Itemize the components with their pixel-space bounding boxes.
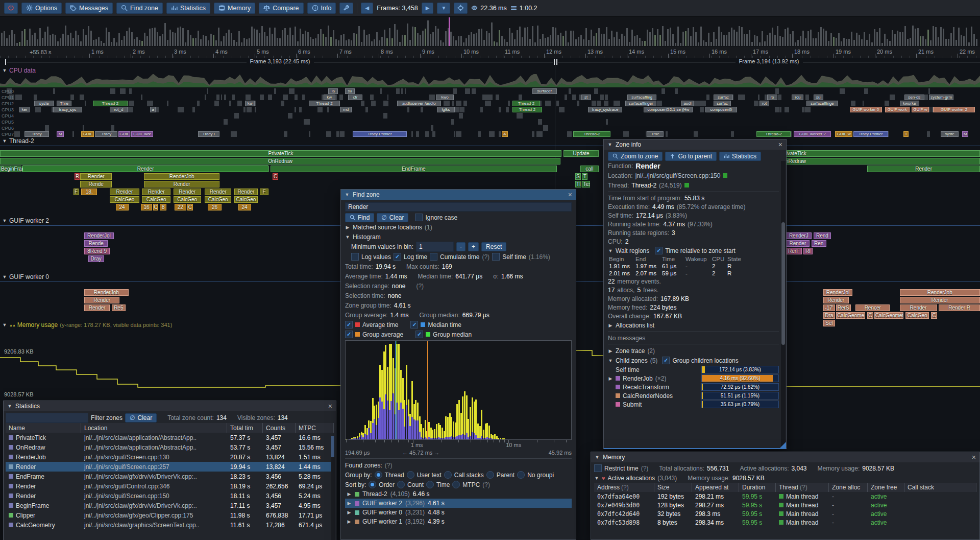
found-zone-group[interactable]: ▶GUIF worker 1(3,192)4.39 s (345, 517, 572, 526)
allocation-row[interactable]: 0x7dfaa64e00192 bytes298.21 ms59.95 sMai… (594, 492, 976, 501)
timeline-zone[interactable]: RenderJol (823, 289, 853, 296)
timeline-zone[interactable]: Render (144, 181, 219, 187)
timeline-zone[interactable]: Render (174, 189, 201, 195)
cpu-zone[interactable]: a (150, 107, 156, 112)
cpu-zone[interactable]: audioserver /audio (397, 101, 441, 106)
timeline-zone[interactable]: CalcGeo (234, 196, 258, 203)
timeline-zone[interactable]: RerF (786, 248, 802, 254)
table-row[interactable]: Renderjni/../jni/src/guif/Control.cpp:34… (6, 481, 334, 491)
timeline-zone[interactable]: OnRedraw (0, 158, 560, 165)
timeline-zone[interactable]: RenderJob (84, 289, 128, 296)
clear-button[interactable]: ∅Clear (377, 213, 408, 222)
cpu-zone[interactable]: GUIF (118, 131, 130, 137)
cpu-zone[interactable]: st (581, 95, 591, 100)
group-by-radio-user-text[interactable] (407, 471, 414, 479)
cpu-zone[interactable]: M (962, 131, 968, 137)
cpu-zone[interactable]: GUIF worker 2 (794, 131, 831, 137)
timeline-zone[interactable]: CalcGeomet (874, 312, 904, 319)
timeline-zone[interactable]: C (153, 204, 158, 210)
timeline-zone[interactable]: 22 (175, 204, 186, 210)
allocations-list-header[interactable]: ▶Allocations list (608, 320, 779, 330)
cpu-zone[interactable]: A (502, 131, 508, 137)
column-header-name[interactable]: Name (6, 423, 81, 433)
timeline-zone[interactable]: Render (823, 297, 849, 303)
timeline-zone[interactable]: RI (803, 248, 812, 254)
timeline-zone[interactable]: Tex (582, 181, 590, 187)
expand-icon[interactable]: ▶ (347, 491, 352, 497)
prev-frame-button[interactable]: ◀ (361, 3, 373, 14)
thread-section-thread-2[interactable]: ▼Thread-2 (2, 137, 34, 145)
cpu-zone[interactable]: Tracy (24, 131, 49, 137)
timeline-zone[interactable]: call (580, 166, 599, 172)
cpu-data-section-label[interactable]: ▼ CPU data (2, 67, 36, 74)
group-by-radio-no-groupi[interactable] (517, 471, 525, 479)
find-button[interactable]: Find (345, 213, 374, 222)
group-by-radio-thread[interactable] (375, 471, 382, 479)
cpu-zone[interactable]: cfr (348, 95, 363, 100)
find-zone-search-input[interactable] (345, 202, 572, 212)
timeline-zone[interactable]: Render (84, 304, 110, 311)
legend-checkbox-group-median[interactable] (415, 331, 423, 338)
timeline-zone[interactable]: BeginFrame (0, 166, 21, 172)
cpu-zone[interactable]: ro (767, 95, 777, 100)
timeline-zone[interactable]: PrivateTick (0, 150, 561, 157)
cpu-zone[interactable]: kw (324, 95, 335, 100)
cpu-zone[interactable]: su (345, 88, 355, 94)
frame-label[interactable]: Frame 3,194 (13.92 ms) (736, 58, 803, 64)
timeline-zone[interactable]: Update (564, 150, 599, 157)
cpu-zone[interactable]: GUIF work (885, 107, 910, 112)
cpu-zone[interactable]: I (903, 131, 909, 137)
cumulate-time-checkbox[interactable] (430, 253, 437, 261)
matched-source-locations[interactable]: ▶Matched source locations(1) (345, 222, 572, 232)
cpu-zone[interactable]: GUIF worker 0 (850, 107, 882, 112)
timeline-zone[interactable]: RenderJ (786, 232, 812, 239)
column-header-thread[interactable]: Thread(?) (776, 483, 829, 492)
sort-by-radio-mtpc[interactable] (452, 481, 460, 488)
cpu-zone[interactable]: lgiks (437, 107, 455, 112)
group-by-radio-call-stacks[interactable] (444, 471, 452, 479)
cpu-zone[interactable]: GUIF w (835, 131, 853, 137)
close-icon[interactable]: × (972, 454, 976, 461)
toolbar-button-messages[interactable]: Messages (65, 3, 113, 14)
timeline-zone[interactable]: CalcGeo (205, 196, 231, 203)
cpu-zone[interactable]: ker (19, 107, 29, 112)
cpu-zone[interactable]: composer@2.1-se (Hw (644, 107, 693, 112)
self-time-checkbox[interactable] (492, 253, 500, 261)
child-zone-row[interactable]: CalcRenderNodes51.51 μs (1.15%) (608, 391, 779, 400)
cpu-zone[interactable]: Trac (647, 131, 664, 137)
timeline-zone[interactable]: Render (205, 189, 231, 195)
statistics-scrollbar[interactable] (331, 436, 335, 540)
column-header-call-stack[interactable]: Call stack (904, 483, 976, 492)
column-header-address[interactable]: Address(?) (594, 483, 654, 492)
column-header-zone-free[interactable]: Zone free (868, 483, 904, 492)
histogram-header[interactable]: ▼Histogram (345, 232, 572, 242)
cpu-zone[interactable]: surfac (714, 101, 731, 106)
log-time-checkbox[interactable] (394, 253, 401, 261)
toolbar-button-wrench[interactable] (339, 3, 353, 14)
timeline-zone[interactable]: C (931, 312, 937, 319)
cpu-zone[interactable]: surfaceflinge (806, 101, 838, 106)
timeline-zone[interactable]: Render (22, 166, 268, 172)
expand-icon[interactable]: ▶ (347, 501, 352, 506)
allocation-row[interactable]: 0x7dfc42d64032 bytes298.3 ms59.95 sMain … (594, 509, 976, 518)
next-frame-button[interactable]: ▶ (422, 3, 434, 14)
cpu-zone[interactable]: rot_d (110, 107, 128, 112)
cpu-zone[interactable]: Thre (57, 101, 71, 106)
min-bin-increase-button[interactable]: + (468, 242, 479, 251)
cpu-zone[interactable]: surfacefling (627, 95, 657, 100)
expand-icon[interactable]: ▶ (347, 519, 352, 524)
timeline-zone[interactable]: Sel (823, 320, 835, 326)
child-zone-row[interactable]: Submit35.63 μs (0.79%) (608, 400, 779, 409)
allocation-row[interactable]: 0x7e049b3d00128 bytes298.27 ms59.95 sMai… (594, 501, 976, 509)
timeline-zone[interactable]: CalcGeo (905, 312, 929, 319)
group-children-checkbox[interactable] (662, 357, 670, 364)
scrollbar-thumb[interactable] (781, 222, 785, 345)
min-bin-input[interactable] (416, 242, 454, 252)
cpu-zone[interactable]: Thread-2 (512, 101, 540, 106)
cpu-zone[interactable]: su (814, 95, 823, 100)
cpu-zone[interactable]: Thread-2 (756, 131, 791, 137)
timeline-zone[interactable]: Render (867, 166, 980, 172)
timeline-zone[interactable]: RerS (836, 304, 851, 311)
scrollbar-thumb[interactable] (331, 436, 334, 457)
legend-checkbox-group-average[interactable] (345, 331, 353, 338)
